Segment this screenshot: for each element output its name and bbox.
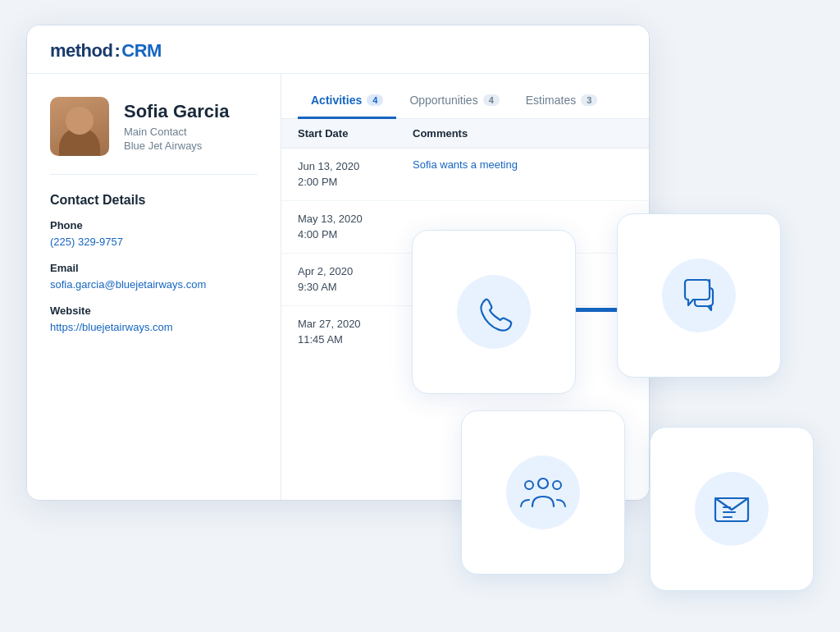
website-detail: Website https://bluejetairways.com (50, 305, 258, 334)
chat-icon-card (617, 213, 781, 378)
contact-details-section: Contact Details Phone (225) 329-9757 Ema… (50, 193, 258, 347)
connector-line (572, 308, 621, 312)
mail-icon-circle (695, 472, 769, 546)
left-panel: Sofia Garcia Main Contact Blue Jet Airwa… (27, 74, 281, 500)
team-icon-card (461, 410, 625, 575)
contact-name: Sofia Garcia (124, 101, 229, 122)
tab-opportunities[interactable]: Opportunities 4 (396, 87, 512, 119)
svg-point-2 (553, 481, 561, 489)
cell-date-2: May 13, 20204:00 PM (298, 211, 413, 243)
mail-icon (710, 488, 753, 529)
phone-icon-circle (457, 275, 531, 349)
tab-estimates[interactable]: Estimates 3 (513, 87, 611, 119)
tab-activities-badge: 4 (367, 94, 383, 106)
email-value[interactable]: sofia.garcia@bluejetairways.com (50, 278, 206, 291)
phone-detail: Phone (225) 329-9757 (50, 219, 258, 249)
table-row: Jun 13, 20202:00 PM Sofia wants a meetin… (281, 149, 649, 201)
col1-header: Start Date (298, 127, 413, 140)
cell-date-4: Mar 27, 202011:45 AM (298, 316, 413, 348)
table-header: Start Date Comments (281, 119, 649, 149)
phone-label: Phone (50, 219, 258, 231)
col2-header: Comments (413, 127, 632, 140)
tab-opportunities-badge: 4 (483, 94, 500, 106)
website-value[interactable]: https://bluejetairways.com (50, 321, 173, 333)
chat-icon (677, 273, 722, 318)
phone-icon (473, 291, 514, 332)
email-label: Email (50, 262, 258, 274)
logo: method:CRM (50, 40, 626, 62)
svg-point-1 (525, 481, 533, 489)
avatar (50, 97, 109, 156)
cell-date-3: Apr 2, 20209:30 AM (298, 263, 413, 295)
contact-role: Main Contact (124, 126, 229, 138)
contact-header: Sofia Garcia Main Contact Blue Jet Airwa… (50, 97, 258, 175)
tab-activities[interactable]: Activities 4 (298, 87, 396, 119)
logo-colon: : (114, 40, 120, 62)
cell-comment-1: Sofia wants a meeting (413, 158, 632, 190)
scene: method:CRM Sofia Garcia Main Contact Blu… (26, 25, 814, 607)
cell-date-1: Jun 13, 20202:00 PM (298, 158, 413, 190)
team-icon (519, 472, 567, 513)
contact-company: Blue Jet Airways (124, 140, 229, 152)
tab-estimates-badge: 3 (581, 94, 597, 106)
chat-icon-circle (662, 259, 736, 332)
svg-point-0 (538, 479, 548, 488)
email-detail: Email sofia.garcia@bluejetairways.com (50, 262, 258, 291)
phone-icon-card (412, 230, 576, 394)
logo-crm: CRM (121, 40, 162, 62)
logo-method: method (50, 40, 112, 62)
mail-icon-card (650, 427, 814, 591)
phone-value[interactable]: (225) 329-9757 (50, 236, 123, 248)
tabs-bar: Activities 4 Opportunities 4 Estimates 3 (281, 74, 649, 119)
tab-estimates-label: Estimates (526, 94, 576, 107)
team-icon-circle (506, 456, 580, 529)
crm-header: method:CRM (27, 25, 649, 74)
contact-details-title: Contact Details (50, 193, 258, 208)
contact-info: Sofia Garcia Main Contact Blue Jet Airwa… (124, 101, 229, 152)
website-label: Website (50, 305, 258, 317)
tab-activities-label: Activities (311, 94, 362, 107)
tab-opportunities-label: Opportunities (409, 94, 477, 107)
